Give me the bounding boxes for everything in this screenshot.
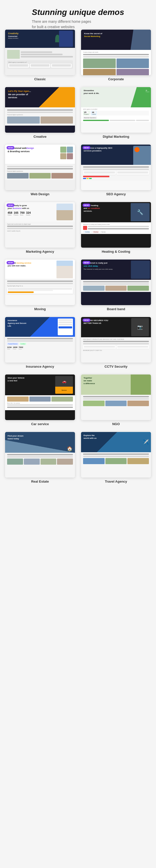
realestate-hero-text: Find your dreamhome today (8, 435, 24, 440)
demo-item-carservice[interactable]: Give your Vehiclea new feel 🚗 Service Mo… (5, 374, 75, 426)
broadband-new-badge: NEW! (83, 261, 90, 265)
classic-hero-text: CreativityConnecteddesign providers (8, 32, 19, 39)
demo-item-corporate[interactable]: Know the secret ofSocial Marketing Creat… (81, 30, 151, 81)
heating-label: Heating & Cooling (102, 250, 130, 253)
demo-card-ngo[interactable]: Togetherwe makea difference (81, 374, 151, 420)
broadband-content (81, 280, 151, 292)
classic-hero: CreativityConnecteddesign providers (5, 30, 75, 48)
demo-card-heating[interactable]: NEW! Quality heatingand air conditionser… (81, 202, 151, 248)
carservice-label: Car service (31, 422, 49, 426)
seo-new-badge: NEW! (83, 146, 90, 149)
webdesign-new-badge: NEW! (7, 146, 14, 149)
broadband-hero-photo (131, 260, 150, 279)
seo-hero: Experience a highquality SEOservices pro… (81, 145, 151, 165)
demo-card-corporate[interactable]: Know the secret ofSocial Marketing Creat… (81, 30, 151, 75)
demo-card-creative[interactable]: Let's Fly Your Agen...We are provider of… (5, 87, 75, 133)
webdesign-photos (7, 173, 73, 179)
corporate-hero-photo (128, 30, 151, 50)
page-title: Stunning unique demos (32, 8, 124, 17)
creative-photos (7, 117, 73, 124)
creative-hero-text: Let's Fly Your Agen...We are provider of… (8, 90, 72, 99)
demo-item-classic[interactable]: CreativityConnecteddesign providers Whic… (5, 30, 75, 81)
classic-hero-img (59, 31, 73, 47)
ngo-hero: Togetherwe makea difference (81, 374, 151, 395)
demo-item-marketing[interactable]: NEW! We're ready to growyour Business wi… (5, 202, 75, 253)
demo-item-creative[interactable]: Let's Fly Your Agen...We are provider of… (5, 87, 75, 138)
creative-label: Creative (33, 135, 46, 138)
travel-hero-text: Explore theworld with us (84, 434, 151, 440)
heating-new-badge: NEW! (83, 204, 90, 207)
cctv-hero: NOTHING SECURES YOUBETTER THAN US 📷 (81, 317, 151, 337)
demo-item-travel[interactable]: Explore theworld with us ✈️ Travel Agenc… (81, 432, 151, 484)
marketing-new-badge: NEW! (7, 204, 14, 207)
demo-card-marketing[interactable]: NEW! We're ready to growyour Business wi… (5, 202, 75, 248)
seo-hero-photo (133, 146, 151, 165)
demo-card-carservice[interactable]: Give your Vehiclea new feel 🚗 Service Mo… (5, 374, 75, 420)
page-subtitle: There are many different home pagesfor b… (32, 19, 124, 30)
demo-card-insurance[interactable]: InsuranceAgency and SecureLife Trusted P… (5, 317, 75, 363)
realestate-content (5, 453, 75, 466)
creative-content: Featured digital experiences (5, 107, 75, 126)
broadband-photos (83, 286, 149, 291)
ngo-photos (83, 401, 149, 406)
ngo-hero-text: Togetherwe makea difference (84, 376, 95, 385)
demo-item-realestate[interactable]: Find your dreamhome today 🏠 Real Estate (5, 432, 75, 484)
demo-card-travel[interactable]: Explore theworld with us ✈️ (81, 432, 151, 477)
moving-hero: The best moving serviceyou will ever mak… (5, 259, 75, 279)
marketing-label: Marketing Agency (26, 250, 54, 253)
realestate-label: Real Estate (31, 479, 49, 484)
heating-content: Welcome to Cooling and Heating service c… (81, 222, 151, 234)
moving-hero-photo (57, 260, 73, 278)
travel-label: Travel Agency (105, 479, 127, 484)
webdesign-content: Featured digital experiences (5, 164, 75, 180)
carservice-content: More Info> Car service (5, 395, 75, 410)
digital-hero: Streamlineyour work & life. 21 Projects (81, 87, 151, 107)
webdesign-label: Web Design (31, 192, 50, 196)
demo-item-heating[interactable]: NEW! Quality heatingand air conditionser… (81, 202, 151, 253)
travel-content (81, 452, 151, 465)
demo-item-moving[interactable]: NEW! The best moving serviceyou will eve… (5, 259, 75, 311)
demo-card-classic[interactable]: CreativityConnecteddesign providers Whic… (5, 30, 75, 75)
heating-hero-photo (131, 203, 150, 221)
demo-item-webdesign[interactable]: NEW! Professional webDesign& Branding se… (5, 145, 75, 196)
seo-label: SEO Agency (106, 192, 126, 196)
carservice-hero: Give your Vehiclea new feel 🚗 Service (5, 374, 75, 395)
demo-item-digital[interactable]: Streamlineyour work & life. 21 Projects … (81, 87, 151, 138)
demo-item-ngo[interactable]: Togetherwe makea difference NGO (81, 374, 151, 426)
cctv-content: HIGH QUALITY PRODUCTS AND SERVICES THAT … (81, 337, 151, 352)
ngo-hero-photo (131, 374, 151, 395)
demo-card-broadband[interactable]: NEW! The internet is really justone clic… (81, 259, 151, 305)
moving-content: Typically highly things for us. (5, 279, 75, 295)
demo-item-cctv[interactable]: NEW! NOTHING SECURES YOUBETTER THAN US 📷… (81, 317, 151, 368)
insurance-content: Trusted Partners Certified 1216Clients 1… (5, 337, 75, 351)
demo-card-webdesign[interactable]: NEW! Professional webDesign& Branding se… (5, 145, 75, 190)
corporate-hero-text: Know the secret ofSocial Marketing (84, 32, 102, 38)
marketing-content: Digital total transformation by digital … (5, 222, 75, 233)
classic-label: Classic (34, 77, 46, 81)
corporate-hero: Know the secret ofSocial Marketing (81, 30, 151, 50)
insurance-hero: InsuranceAgency and SecureLife (5, 317, 75, 337)
digital-hero-text: Streamlineyour work & life. (84, 89, 99, 95)
moving-label: Moving (34, 307, 46, 311)
travel-hero: Explore theworld with us ✈️ (81, 432, 151, 452)
demo-card-realestate[interactable]: Find your dreamhome today 🏠 (5, 432, 75, 477)
page-header: Stunning unique demos There are many dif… (32, 8, 124, 30)
webdesign-img-grid (60, 147, 73, 159)
demo-card-seo[interactable]: NEW! Experience a highquality SEOservice… (81, 145, 151, 190)
classic-content: Which agency is provided by us? (5, 48, 75, 75)
demo-card-cctv[interactable]: NEW! NOTHING SECURES YOUBETTER THAN US 📷… (81, 317, 151, 363)
digital-label: Digital Marketing (103, 135, 129, 138)
creative-hero: Let's Fly Your Agen...We are provider of… (5, 87, 75, 107)
broadband-label: Board band (107, 307, 125, 311)
insurance-label: Insurance Agency (26, 365, 54, 368)
demo-card-moving[interactable]: NEW! The best moving serviceyou will eve… (5, 259, 75, 305)
marketing-hero: We're ready to growyour Business with us… (5, 202, 75, 222)
corporate-content: Creative design web studio (81, 50, 151, 75)
corporate-photos (83, 59, 149, 75)
insurance-form (58, 318, 73, 335)
demo-item-broadband[interactable]: NEW! The internet is really justone clic… (81, 259, 151, 311)
demo-card-digital[interactable]: Streamlineyour work & life. 21 Projects … (81, 87, 151, 133)
cctv-new-badge: NEW! (83, 318, 90, 322)
demo-item-seo[interactable]: NEW! Experience a highquality SEOservice… (81, 145, 151, 196)
demo-item-insurance[interactable]: InsuranceAgency and SecureLife Trusted P… (5, 317, 75, 368)
